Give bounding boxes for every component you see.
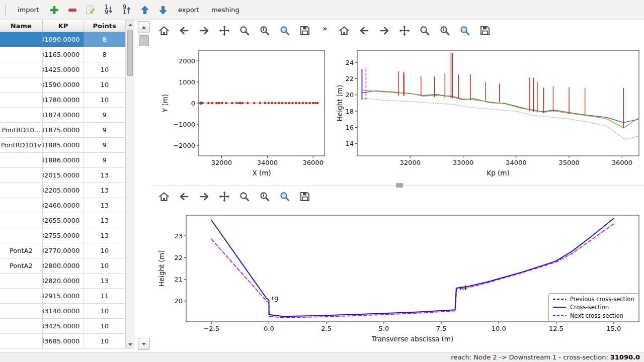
- legend-label: Previous cross-section: [570, 296, 634, 303]
- zoom-region-button[interactable]: [458, 24, 472, 38]
- table-row[interactable]: 32205.000013: [0, 183, 125, 198]
- column-header-points[interactable]: Points: [84, 20, 125, 32]
- cell-kp: 31780.0000: [43, 93, 85, 107]
- table-row[interactable]: 31165.00008: [0, 47, 125, 62]
- svg-text:9: 9: [105, 9, 109, 16]
- table-row[interactable]: 32015.000013: [0, 168, 125, 183]
- add-cross-section-button[interactable]: [47, 3, 62, 17]
- zoom-icon: [238, 191, 251, 203]
- svg-text:34000: 34000: [257, 159, 278, 166]
- pane-scroll-down-button[interactable]: [138, 338, 150, 350]
- table-row[interactable]: 31425.000010: [0, 62, 125, 77]
- table-row[interactable]: 31780.000010: [0, 93, 125, 108]
- remove-cross-section-button[interactable]: [65, 3, 80, 17]
- zoom-region-button[interactable]: [278, 24, 292, 38]
- zoom-button[interactable]: [237, 190, 252, 204]
- cell-points: 10: [84, 304, 125, 318]
- cell-kp: 31874.0000: [43, 108, 85, 122]
- table-scroll-down-button[interactable]: [126, 340, 134, 348]
- toolbar-grip[interactable]: [5, 5, 8, 16]
- back-button[interactable]: [177, 24, 191, 38]
- splitter-handle[interactable]: [396, 183, 403, 188]
- forward-button[interactable]: [197, 24, 211, 38]
- table-row[interactable]: 32755.000013: [0, 228, 125, 243]
- cell-kp: 31886.0000: [43, 153, 85, 167]
- table-scrollbar-thumb[interactable]: [127, 30, 133, 76]
- home-button[interactable]: [157, 24, 171, 38]
- edit-icon: [85, 5, 96, 16]
- table-scrollbar[interactable]: [126, 20, 134, 349]
- cross-section-table: Name KP Points 31090.0000831165.00008314…: [0, 20, 126, 349]
- table-row[interactable]: 31090.00008: [0, 32, 125, 47]
- cell-name: PontA2: [0, 258, 43, 273]
- zoom-info-icon: [259, 25, 271, 37]
- home-button[interactable]: [337, 24, 351, 38]
- edit-cross-section-button[interactable]: [83, 3, 98, 17]
- zoom-button[interactable]: [237, 24, 252, 38]
- table-row[interactable]: 33140.000010: [0, 304, 125, 319]
- zoom-region-button[interactable]: [278, 190, 292, 204]
- table-row[interactable]: 31874.00009: [0, 108, 125, 123]
- save-icon: [479, 25, 491, 37]
- move-up-icon: [139, 5, 150, 16]
- zoom-button[interactable]: [418, 24, 432, 38]
- svg-text:21: 21: [174, 276, 183, 283]
- table-row[interactable]: PontRD10...31875.00009: [0, 123, 125, 138]
- cell-kp: 33140.0000: [43, 304, 85, 318]
- table-row[interactable]: 33685.000010: [0, 334, 125, 349]
- table-row[interactable]: 32655.000013: [0, 213, 125, 228]
- move-down-button[interactable]: [155, 3, 171, 17]
- zoom-info-button[interactable]: [258, 24, 272, 38]
- svg-text:36000: 36000: [303, 159, 324, 166]
- pan-button[interactable]: [217, 190, 231, 204]
- forward-button[interactable]: [377, 24, 391, 38]
- pan-button[interactable]: [217, 24, 231, 38]
- table-row[interactable]: 31886.00009: [0, 153, 125, 168]
- table-row[interactable]: PontA232800.000010: [0, 258, 125, 274]
- svg-text:36000: 36000: [612, 159, 632, 166]
- cell-points: 8: [84, 32, 125, 47]
- xy-plot[interactable]: 320003400036000200010000−1000−2000X (m)Y…: [153, 40, 330, 180]
- save-button[interactable]: [298, 24, 312, 38]
- zoom-info-button[interactable]: [258, 190, 272, 204]
- column-header-kp[interactable]: KP: [43, 20, 85, 32]
- back-button[interactable]: [177, 190, 191, 204]
- meshing-button[interactable]: meshing: [207, 4, 244, 16]
- table-row[interactable]: 33425.000010: [0, 319, 125, 334]
- export-button[interactable]: export: [174, 4, 204, 16]
- profile-plot[interactable]: 3200033000340003500036000141618202224Kp …: [332, 40, 644, 180]
- table-row[interactable]: 32820.000013: [0, 274, 125, 289]
- import-button[interactable]: import: [13, 4, 44, 16]
- statusbar-cross-section-value: 31090.0: [610, 353, 640, 361]
- sort-descending-button[interactable]: 91: [119, 3, 134, 17]
- table-row[interactable]: PontRD101v31885.00009: [0, 138, 125, 153]
- back-button[interactable]: [357, 24, 371, 38]
- cell-kp: 31165.0000: [43, 47, 85, 62]
- svg-text:24: 24: [345, 59, 354, 66]
- pane-scrollbar-thumb[interactable]: [139, 35, 149, 46]
- svg-text:1000: 1000: [179, 78, 195, 86]
- forward-button[interactable]: [197, 190, 211, 204]
- home-button[interactable]: [157, 190, 171, 204]
- cross-section-plot[interactable]: −2.50.02.55.07.510.012.515.020212223Tran…: [153, 206, 644, 351]
- zoom-info-icon: [439, 25, 451, 37]
- zoom-region-icon: [279, 191, 291, 203]
- pane-scroll-up-button[interactable]: [138, 21, 150, 33]
- save-button[interactable]: [298, 190, 312, 204]
- profile-plot-toolbar: [337, 22, 492, 39]
- table-row[interactable]: 31590.000010: [0, 77, 125, 93]
- save-button[interactable]: [478, 24, 492, 38]
- table-row[interactable]: 32915.000011: [0, 289, 125, 304]
- move-up-button[interactable]: [137, 3, 152, 17]
- column-header-name[interactable]: Name: [0, 20, 43, 32]
- pan-button[interactable]: [397, 24, 412, 38]
- table-row[interactable]: 32460.000013: [0, 198, 125, 213]
- cell-name: [0, 213, 43, 228]
- table-row[interactable]: PontA232770.000010: [0, 243, 125, 258]
- table-scroll-up-button[interactable]: [126, 21, 134, 29]
- svg-text:16: 16: [345, 124, 354, 131]
- cell-points: 11: [84, 289, 125, 303]
- zoom-info-button[interactable]: [438, 24, 452, 38]
- sort-ascending-button[interactable]: 19: [101, 3, 116, 17]
- toolbar-overflow-chevron[interactable]: »: [323, 24, 328, 33]
